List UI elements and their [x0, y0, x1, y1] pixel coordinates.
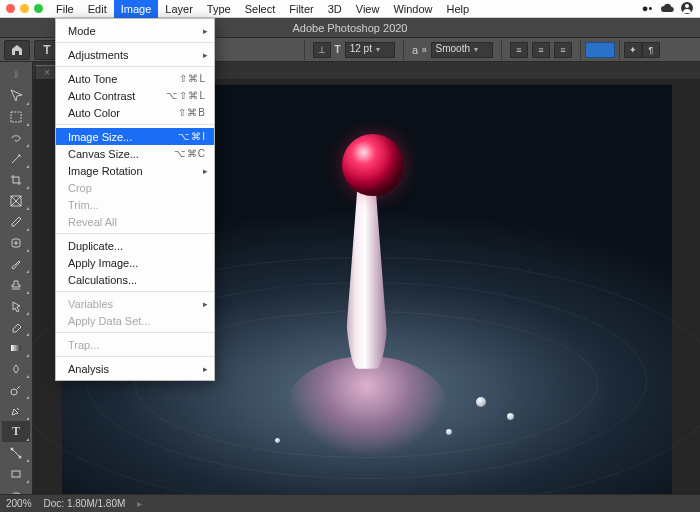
menu-separator — [56, 356, 214, 357]
menu-select[interactable]: Select — [238, 0, 283, 18]
history-tool[interactable] — [2, 295, 30, 316]
align-right-button[interactable]: ≡ — [554, 42, 572, 58]
menu-3d[interactable]: 3D — [321, 0, 349, 18]
menu-edit[interactable]: Edit — [81, 0, 114, 18]
stamp-tool[interactable] — [2, 274, 30, 295]
character-panel-button[interactable]: ¶ — [642, 42, 660, 58]
cloud-icon — [660, 1, 674, 15]
eraser-tool[interactable] — [2, 316, 30, 337]
menu-filter[interactable]: Filter — [282, 0, 320, 18]
svg-rect-2 — [11, 112, 21, 122]
move-tool[interactable] — [2, 85, 30, 106]
type-size-icon: T — [335, 44, 341, 55]
crop-tool[interactable] — [2, 169, 30, 190]
mac-menubar: FileEditImageLayerTypeSelectFilter3DView… — [0, 0, 700, 18]
orientation-button[interactable]: ⊥ — [313, 42, 331, 58]
svg-point-1 — [685, 4, 689, 8]
doc-info[interactable]: Doc: 1.80M/1.80M — [44, 498, 126, 509]
menu-separator — [56, 332, 214, 333]
menu-item-trim: Trim... — [56, 196, 214, 213]
menu-item-calculations[interactable]: Calculations... — [56, 271, 214, 288]
antialias-icon-small: a — [422, 45, 426, 54]
menu-layer[interactable]: Layer — [158, 0, 200, 18]
menu-item-image-rotation[interactable]: Image Rotation — [56, 162, 214, 179]
menu-item-mode[interactable]: Mode — [56, 22, 214, 39]
svg-point-8 — [19, 455, 22, 458]
tools-panel: ⟫T⋯ — [0, 62, 33, 494]
status-chevron-icon[interactable]: ▸ — [137, 498, 142, 509]
svg-point-6 — [11, 389, 17, 395]
menu-items: FileEditImageLayerTypeSelectFilter3DView… — [49, 0, 476, 18]
menu-file[interactable]: File — [49, 0, 81, 18]
toolbox-grip[interactable]: ⟫ — [2, 64, 30, 85]
menu-item-analysis[interactable]: Analysis — [56, 360, 214, 377]
status-icon: ●• — [640, 1, 654, 15]
menu-item-reveal-all: Reveal All — [56, 213, 214, 230]
menu-help[interactable]: Help — [440, 0, 477, 18]
menu-item-apply-data-set: Apply Data Set... — [56, 312, 214, 329]
brush-tool[interactable] — [2, 253, 30, 274]
image-menu-dropdown: ModeAdjustmentsAuto Tone⇧⌘LAuto Contrast… — [55, 18, 215, 381]
dodge-tool[interactable] — [2, 379, 30, 400]
zoom-window-button[interactable] — [34, 4, 43, 13]
menu-separator — [56, 233, 214, 234]
svg-rect-9 — [12, 471, 20, 477]
menu-item-image-size[interactable]: Image Size...⌥⌘I — [56, 128, 214, 145]
rect-tool[interactable] — [2, 463, 30, 484]
wand-tool[interactable] — [2, 148, 30, 169]
lasso-tool[interactable] — [2, 127, 30, 148]
gradient-tool[interactable] — [2, 337, 30, 358]
menu-item-auto-tone[interactable]: Auto Tone⇧⌘L — [56, 70, 214, 87]
menu-item-variables: Variables — [56, 295, 214, 312]
eyedropper-tool[interactable] — [2, 211, 30, 232]
pen-tool[interactable] — [2, 400, 30, 421]
menu-item-auto-contrast[interactable]: Auto Contrast⌥⇧⌘L — [56, 87, 214, 104]
zoom-level[interactable]: 200% — [6, 498, 32, 509]
menu-view[interactable]: View — [349, 0, 387, 18]
align-left-button[interactable]: ≡ — [510, 42, 528, 58]
menu-item-crop: Crop — [56, 179, 214, 196]
align-center-button[interactable]: ≡ — [532, 42, 550, 58]
status-bar: 200% Doc: 1.80M/1.80M ▸ — [0, 494, 700, 512]
menu-separator — [56, 124, 214, 125]
close-window-button[interactable] — [6, 4, 15, 13]
minimize-window-button[interactable] — [20, 4, 29, 13]
warp-text-button[interactable]: ✦ — [624, 42, 642, 58]
font-size-select[interactable]: 12 pt — [345, 42, 395, 58]
menu-separator — [56, 66, 214, 67]
menu-type[interactable]: Type — [200, 0, 238, 18]
path-tool[interactable] — [2, 442, 30, 463]
menu-image[interactable]: Image — [114, 0, 159, 18]
text-color-swatch[interactable] — [585, 42, 615, 58]
type-tool[interactable]: T — [2, 421, 30, 442]
menu-separator — [56, 42, 214, 43]
menu-item-adjustments[interactable]: Adjustments — [56, 46, 214, 63]
antialias-icon-large: a — [412, 44, 418, 56]
menu-item-auto-color[interactable]: Auto Color⇧⌘B — [56, 104, 214, 121]
menu-item-canvas-size[interactable]: Canvas Size...⌥⌘C — [56, 145, 214, 162]
menubar-status-icons: ●• — [640, 1, 694, 15]
menu-item-trap: Trap... — [56, 336, 214, 353]
user-icon — [680, 1, 694, 15]
blur-tool[interactable] — [2, 358, 30, 379]
antialias-select[interactable]: Smooth — [431, 42, 493, 58]
app-title: Adobe Photoshop 2020 — [293, 22, 408, 34]
frame-tool[interactable] — [2, 190, 30, 211]
home-button[interactable] — [4, 40, 30, 60]
marquee-tool[interactable] — [2, 106, 30, 127]
heal-tool[interactable] — [2, 232, 30, 253]
menu-item-apply-image[interactable]: Apply Image... — [56, 254, 214, 271]
window-controls — [0, 4, 49, 13]
svg-rect-5 — [11, 345, 21, 351]
menu-window[interactable]: Window — [386, 0, 439, 18]
menu-separator — [56, 291, 214, 292]
svg-point-7 — [11, 447, 14, 450]
menu-item-duplicate[interactable]: Duplicate... — [56, 237, 214, 254]
